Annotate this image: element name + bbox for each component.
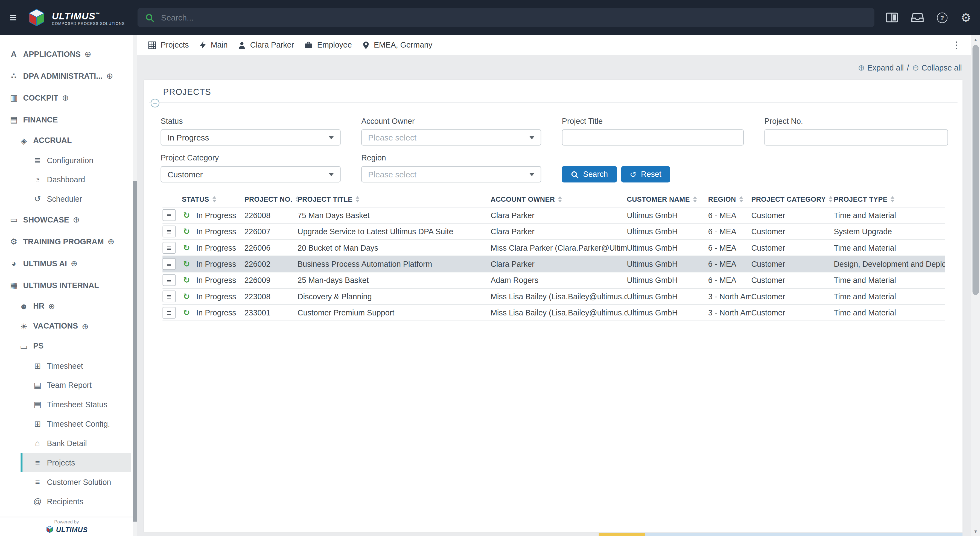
column-header-account-owner[interactable]: ACCOUNT OWNER <box>490 195 627 202</box>
row-menu-button[interactable]: ≡ <box>162 258 175 270</box>
column-header-region[interactable]: REGION <box>708 195 751 202</box>
row-menu-cell: ≡ <box>162 242 182 254</box>
expand-plus-icon[interactable]: ⊕ <box>71 259 78 268</box>
breadcrumb-item-employee[interactable]: Employee <box>305 41 352 49</box>
sidebar-item-dashboard[interactable]: ◔Dashboard <box>0 170 137 189</box>
search-input[interactable] <box>160 12 867 23</box>
table-row[interactable]: ≡↻In Progress226007Upgrade Service to La… <box>162 224 945 240</box>
sidebar-item-label: HR <box>33 302 44 310</box>
project-category-select[interactable]: Customer <box>161 166 340 182</box>
sidebar-item-applications[interactable]: AAPPLICATIONS⊕ <box>0 43 137 65</box>
status-text: In Progress <box>196 260 236 269</box>
page-scrollbar[interactable]: ▲ ▼ <box>971 35 980 536</box>
row-menu-button[interactable]: ≡ <box>162 226 175 237</box>
accrual-icon: ◈ <box>19 136 29 145</box>
sidebar-item-label: ULTIMUS INTERNAL <box>23 281 99 289</box>
expand-plus-icon[interactable]: ⊕ <box>48 302 55 311</box>
menu-toggle-button[interactable]: ≡ <box>0 10 26 25</box>
project-no-cell: 226009 <box>245 276 298 285</box>
sidebar-item-hr[interactable]: ☻HR⊕ <box>0 296 137 316</box>
sidebar-scrollbar[interactable] <box>133 35 137 536</box>
row-menu-button[interactable]: ≡ <box>162 209 175 221</box>
sidebar-item-timesheet[interactable]: ⊞Timesheet <box>0 356 137 375</box>
project-title-cell: 20 Bucket of Man Days <box>298 243 490 252</box>
sidebar-item-dpa-administrati[interactable]: ∴DPA ADMINISTRATI...⊕ <box>0 65 137 87</box>
collapse-all-link[interactable]: ⊖ Collapse all <box>912 63 962 72</box>
sidebar-item-accrual[interactable]: ◈ACCRUAL <box>0 130 137 151</box>
sidebar-scrollbar-thumb[interactable] <box>133 181 137 522</box>
sidebar-item-ultimus-ai[interactable]: ◕ULTIMUS AI⊕ <box>0 252 137 274</box>
sidebar-item-timesheet-config[interactable]: ⊞Timesheet Config. <box>0 414 137 434</box>
expand-plus-icon[interactable]: ⊕ <box>62 93 69 102</box>
row-menu-button[interactable]: ≡ <box>162 274 175 286</box>
reset-button[interactable]: ↺ Reset <box>621 166 670 182</box>
region-select[interactable]: Please select <box>361 166 541 182</box>
column-header-project-category[interactable]: PROJECT CATEGORY <box>751 195 834 202</box>
sidebar-item-team-report[interactable]: ▤Team Report <box>0 375 137 395</box>
footer-brand-label: ULTIMUS <box>56 526 88 533</box>
row-menu-button[interactable]: ≡ <box>162 242 175 254</box>
breadcrumb-item-projects[interactable]: Projects <box>148 41 189 49</box>
sidebar-item-bank-detail[interactable]: ⌂Bank Detail <box>0 434 137 453</box>
column-header-customer-name[interactable]: CUSTOMER NAME <box>627 195 708 202</box>
inbox-tray-icon[interactable] <box>911 13 924 23</box>
breadcrumb-item-clara-parker[interactable]: Clara Parker <box>238 41 294 49</box>
customer-name-cell: Ultimus GmbH <box>627 211 708 219</box>
account-owner-cell: Clara Parker <box>490 227 627 236</box>
expand-plus-icon[interactable]: ⊕ <box>108 237 115 246</box>
more-options-button[interactable]: ⋮ <box>952 41 961 49</box>
help-icon[interactable]: ? <box>937 12 947 23</box>
row-menu-button[interactable]: ≡ <box>162 291 175 302</box>
sidebar-item-customer-solution[interactable]: ≡Customer Solution <box>0 472 137 492</box>
region-cell: 3 - North Am <box>708 308 751 317</box>
account-owner-select[interactable]: Please select <box>361 129 541 145</box>
sidebar-item-timesheet-status[interactable]: ▤Timesheet Status <box>0 395 137 414</box>
sidebar-item-recipients[interactable]: @Recipients <box>0 492 137 511</box>
project-title-input[interactable] <box>562 129 744 145</box>
sidebar-item-showcase[interactable]: ▭SHOWCASE⊕ <box>0 208 137 231</box>
account-owner-cell: Clara Parker <box>490 260 627 269</box>
expand-plus-icon[interactable]: ⊕ <box>73 215 80 224</box>
page-scrollbar-thumb[interactable] <box>973 45 979 295</box>
search-button[interactable]: Search <box>562 166 617 182</box>
column-header-project-type[interactable]: PROJECT TYPE <box>834 195 945 202</box>
breadcrumb-item-emea-germany[interactable]: EMEA, Germany <box>363 41 433 49</box>
expand-plus-icon[interactable]: ⊕ <box>107 72 113 81</box>
table-row[interactable]: ≡↻In Progress22600925 Man-days BasketAda… <box>162 272 945 289</box>
table-row[interactable]: ≡↻In Progress22600875 Man Days BasketCla… <box>162 207 945 224</box>
minus-circle-icon: ⊖ <box>912 63 919 72</box>
columns-layout-icon[interactable] <box>886 13 898 23</box>
column-header-project-title[interactable]: PROJECT TITLE <box>298 195 490 202</box>
global-search[interactable] <box>137 8 875 27</box>
expand-all-link[interactable]: ⊕ Expand all <box>858 63 904 72</box>
scroll-up-icon[interactable]: ▲ <box>971 37 980 42</box>
status-select[interactable]: In Progress <box>161 129 340 145</box>
expand-plus-icon[interactable]: ⊕ <box>84 49 91 59</box>
scroll-down-icon[interactable]: ▼ <box>971 529 980 534</box>
table-row[interactable]: ≡↻In Progress233001Customer Premium Supp… <box>162 305 945 321</box>
sidebar-item-cockpit[interactable]: ▥COCKPIT⊕ <box>0 87 137 109</box>
project-no-input[interactable] <box>764 129 948 145</box>
sidebar-item-vacations[interactable]: ☀VACATIONS⊕ <box>0 316 137 336</box>
sidebar-item-ps[interactable]: ▭PS <box>0 336 137 356</box>
gear-icon[interactable]: ⚙ <box>961 11 971 23</box>
sidebar-item-configuration[interactable]: ≣Configuration <box>0 151 137 170</box>
sidebar-item-training-program[interactable]: ⚙TRAINING PROGRAM⊕ <box>0 231 137 252</box>
row-menu-button[interactable]: ≡ <box>162 307 175 318</box>
breadcrumb-item-main[interactable]: Main <box>200 41 228 49</box>
table-row[interactable]: ≡↻In Progress22600620 Bucket of Man Days… <box>162 240 945 256</box>
project-type-cell: Time and Material <box>834 308 945 317</box>
sidebar-item-scheduler[interactable]: ↺Scheduler <box>0 189 137 209</box>
table-row[interactable]: ≡↻In Progress223008Discovery & PlanningM… <box>162 289 945 305</box>
project-type-cell: System Upgrade <box>834 227 945 236</box>
table-row[interactable]: ≡↻In Progress226002Business Process Auto… <box>162 256 945 272</box>
expand-plus-icon[interactable]: ⊕ <box>82 321 89 331</box>
column-header-status[interactable]: STATUS <box>182 195 245 202</box>
sidebar-item-ultimus-internal[interactable]: ▦ULTIMUS INTERNAL <box>0 274 137 296</box>
column-header-project-no[interactable]: PROJECT NO. <box>245 195 298 202</box>
customer-name-cell: Ultimus GmbH <box>627 292 708 301</box>
project-category-label: Project Category <box>161 154 340 162</box>
sidebar-item-projects[interactable]: ≡Projects <box>21 453 131 472</box>
panel-collapse-button[interactable]: − <box>151 99 159 107</box>
sidebar-item-finance[interactable]: ▤FINANCE <box>0 109 137 130</box>
